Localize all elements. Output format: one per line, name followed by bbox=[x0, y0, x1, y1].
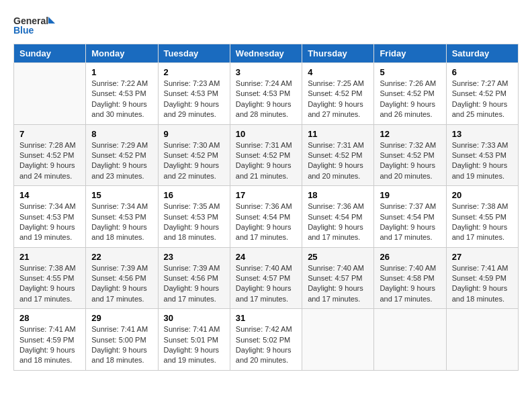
calendar-cell: 2Sunrise: 7:23 AM Sunset: 4:53 PM Daylig… bbox=[158, 63, 230, 125]
day-info: Sunrise: 7:33 AM Sunset: 4:53 PM Dayligh… bbox=[452, 140, 513, 182]
calendar-cell: 24Sunrise: 7:40 AM Sunset: 4:57 PM Dayli… bbox=[230, 247, 302, 309]
calendar-cell bbox=[374, 309, 446, 371]
logo: GeneralBlue bbox=[13, 13, 60, 37]
column-header-thursday: Thursday bbox=[302, 44, 374, 63]
calendar-cell: 16Sunrise: 7:35 AM Sunset: 4:53 PM Dayli… bbox=[158, 186, 230, 248]
week-row-4: 21Sunrise: 7:38 AM Sunset: 4:55 PM Dayli… bbox=[14, 247, 519, 309]
column-header-wednesday: Wednesday bbox=[230, 44, 302, 63]
day-info: Sunrise: 7:36 AM Sunset: 4:54 PM Dayligh… bbox=[308, 201, 368, 243]
day-number: 18 bbox=[308, 190, 368, 200]
calendar-cell: 19Sunrise: 7:37 AM Sunset: 4:54 PM Dayli… bbox=[374, 186, 446, 248]
day-number: 5 bbox=[380, 67, 440, 77]
day-info: Sunrise: 7:40 AM Sunset: 4:57 PM Dayligh… bbox=[236, 263, 296, 305]
column-header-sunday: Sunday bbox=[14, 44, 86, 63]
day-number: 12 bbox=[380, 129, 440, 139]
calendar-cell: 26Sunrise: 7:40 AM Sunset: 4:58 PM Dayli… bbox=[374, 247, 446, 309]
day-info: Sunrise: 7:42 AM Sunset: 5:02 PM Dayligh… bbox=[236, 324, 296, 366]
day-info: Sunrise: 7:22 AM Sunset: 4:53 PM Dayligh… bbox=[91, 79, 152, 120]
day-info: Sunrise: 7:30 AM Sunset: 4:52 PM Dayligh… bbox=[164, 140, 224, 182]
calendar-cell: 8Sunrise: 7:29 AM Sunset: 4:52 PM Daylig… bbox=[86, 124, 158, 186]
calendar-cell bbox=[302, 309, 374, 371]
header: GeneralBlue bbox=[13, 13, 519, 37]
week-row-3: 14Sunrise: 7:34 AM Sunset: 4:53 PM Dayli… bbox=[14, 186, 519, 248]
calendar-cell: 3Sunrise: 7:24 AM Sunset: 4:53 PM Daylig… bbox=[230, 63, 302, 125]
day-info: Sunrise: 7:41 AM Sunset: 4:59 PM Dayligh… bbox=[19, 324, 80, 366]
day-number: 16 bbox=[164, 190, 224, 200]
day-number: 23 bbox=[164, 252, 224, 262]
day-number: 28 bbox=[19, 313, 80, 323]
day-info: Sunrise: 7:31 AM Sunset: 4:52 PM Dayligh… bbox=[308, 140, 368, 182]
day-number: 24 bbox=[236, 252, 296, 262]
day-number: 21 bbox=[19, 252, 80, 262]
day-info: Sunrise: 7:41 AM Sunset: 5:01 PM Dayligh… bbox=[164, 324, 224, 366]
calendar-cell: 22Sunrise: 7:39 AM Sunset: 4:56 PM Dayli… bbox=[86, 247, 158, 309]
day-info: Sunrise: 7:26 AM Sunset: 4:52 PM Dayligh… bbox=[380, 79, 440, 120]
day-number: 10 bbox=[236, 129, 296, 139]
calendar-cell: 18Sunrise: 7:36 AM Sunset: 4:54 PM Dayli… bbox=[302, 186, 374, 248]
day-info: Sunrise: 7:37 AM Sunset: 4:54 PM Dayligh… bbox=[380, 201, 440, 243]
calendar-cell: 20Sunrise: 7:38 AM Sunset: 4:55 PM Dayli… bbox=[446, 186, 518, 248]
day-info: Sunrise: 7:31 AM Sunset: 4:52 PM Dayligh… bbox=[236, 140, 296, 182]
column-header-monday: Monday bbox=[86, 44, 158, 63]
day-number: 17 bbox=[236, 190, 296, 200]
day-number: 26 bbox=[380, 252, 440, 262]
day-info: Sunrise: 7:41 AM Sunset: 5:00 PM Dayligh… bbox=[91, 324, 152, 366]
day-number: 4 bbox=[308, 67, 368, 77]
day-number: 22 bbox=[91, 252, 152, 262]
calendar-cell: 29Sunrise: 7:41 AM Sunset: 5:00 PM Dayli… bbox=[86, 309, 158, 371]
calendar-cell bbox=[446, 309, 518, 371]
day-info: Sunrise: 7:38 AM Sunset: 4:55 PM Dayligh… bbox=[19, 263, 80, 305]
calendar-cell: 9Sunrise: 7:30 AM Sunset: 4:52 PM Daylig… bbox=[158, 124, 230, 186]
day-number: 29 bbox=[91, 313, 152, 323]
column-header-friday: Friday bbox=[374, 44, 446, 63]
day-info: Sunrise: 7:40 AM Sunset: 4:57 PM Dayligh… bbox=[308, 263, 368, 305]
day-number: 11 bbox=[308, 129, 368, 139]
calendar-cell: 25Sunrise: 7:40 AM Sunset: 4:57 PM Dayli… bbox=[302, 247, 374, 309]
day-number: 31 bbox=[236, 313, 296, 323]
day-info: Sunrise: 7:28 AM Sunset: 4:52 PM Dayligh… bbox=[19, 140, 80, 182]
calendar-cell: 14Sunrise: 7:34 AM Sunset: 4:53 PM Dayli… bbox=[14, 186, 86, 248]
calendar-cell: 10Sunrise: 7:31 AM Sunset: 4:52 PM Dayli… bbox=[230, 124, 302, 186]
calendar-table: SundayMondayTuesdayWednesdayThursdayFrid… bbox=[13, 44, 519, 371]
day-number: 6 bbox=[452, 67, 513, 77]
day-number: 14 bbox=[19, 190, 80, 200]
calendar-cell: 6Sunrise: 7:27 AM Sunset: 4:52 PM Daylig… bbox=[446, 63, 518, 125]
calendar-cell bbox=[14, 63, 86, 125]
day-number: 3 bbox=[236, 67, 296, 77]
calendar-cell: 21Sunrise: 7:38 AM Sunset: 4:55 PM Dayli… bbox=[14, 247, 86, 309]
day-info: Sunrise: 7:27 AM Sunset: 4:52 PM Dayligh… bbox=[452, 79, 513, 120]
day-info: Sunrise: 7:29 AM Sunset: 4:52 PM Dayligh… bbox=[91, 140, 152, 182]
day-number: 7 bbox=[19, 129, 80, 139]
day-info: Sunrise: 7:38 AM Sunset: 4:55 PM Dayligh… bbox=[452, 201, 513, 243]
day-number: 9 bbox=[164, 129, 224, 139]
svg-text:Blue: Blue bbox=[13, 25, 34, 36]
column-header-tuesday: Tuesday bbox=[158, 44, 230, 63]
calendar-cell: 11Sunrise: 7:31 AM Sunset: 4:52 PM Dayli… bbox=[302, 124, 374, 186]
calendar-cell: 28Sunrise: 7:41 AM Sunset: 4:59 PM Dayli… bbox=[14, 309, 86, 371]
week-row-2: 7Sunrise: 7:28 AM Sunset: 4:52 PM Daylig… bbox=[14, 124, 519, 186]
day-number: 19 bbox=[380, 190, 440, 200]
calendar-cell: 30Sunrise: 7:41 AM Sunset: 5:01 PM Dayli… bbox=[158, 309, 230, 371]
day-info: Sunrise: 7:24 AM Sunset: 4:53 PM Dayligh… bbox=[236, 79, 296, 120]
calendar-cell: 7Sunrise: 7:28 AM Sunset: 4:52 PM Daylig… bbox=[14, 124, 86, 186]
calendar-cell: 5Sunrise: 7:26 AM Sunset: 4:52 PM Daylig… bbox=[374, 63, 446, 125]
header-row: SundayMondayTuesdayWednesdayThursdayFrid… bbox=[14, 44, 519, 63]
calendar-cell: 4Sunrise: 7:25 AM Sunset: 4:52 PM Daylig… bbox=[302, 63, 374, 125]
day-number: 25 bbox=[308, 252, 368, 262]
logo-icon: GeneralBlue bbox=[13, 13, 60, 37]
calendar-cell: 23Sunrise: 7:39 AM Sunset: 4:56 PM Dayli… bbox=[158, 247, 230, 309]
week-row-5: 28Sunrise: 7:41 AM Sunset: 4:59 PM Dayli… bbox=[14, 309, 519, 371]
calendar-cell: 13Sunrise: 7:33 AM Sunset: 4:53 PM Dayli… bbox=[446, 124, 518, 186]
svg-marker-2 bbox=[48, 17, 55, 24]
day-number: 8 bbox=[91, 129, 152, 139]
calendar-cell: 27Sunrise: 7:41 AM Sunset: 4:59 PM Dayli… bbox=[446, 247, 518, 309]
day-info: Sunrise: 7:40 AM Sunset: 4:58 PM Dayligh… bbox=[380, 263, 440, 305]
calendar-cell: 1Sunrise: 7:22 AM Sunset: 4:53 PM Daylig… bbox=[86, 63, 158, 125]
day-info: Sunrise: 7:39 AM Sunset: 4:56 PM Dayligh… bbox=[164, 263, 224, 305]
week-row-1: 1Sunrise: 7:22 AM Sunset: 4:53 PM Daylig… bbox=[14, 63, 519, 125]
day-info: Sunrise: 7:25 AM Sunset: 4:52 PM Dayligh… bbox=[308, 79, 368, 120]
column-header-saturday: Saturday bbox=[446, 44, 518, 63]
day-info: Sunrise: 7:36 AM Sunset: 4:54 PM Dayligh… bbox=[236, 201, 296, 243]
calendar-cell: 15Sunrise: 7:34 AM Sunset: 4:53 PM Dayli… bbox=[86, 186, 158, 248]
day-number: 15 bbox=[91, 190, 152, 200]
